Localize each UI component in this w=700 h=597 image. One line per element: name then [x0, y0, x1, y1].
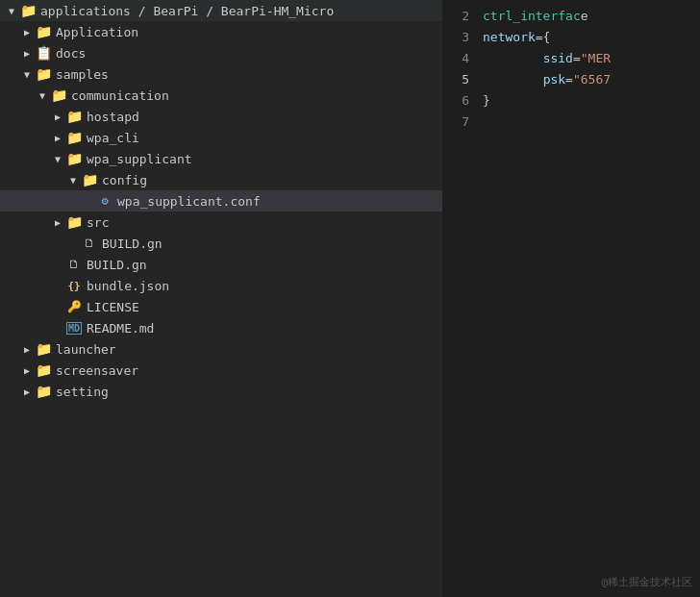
- tree-item-wpa-conf[interactable]: ⚙ wpa_supplicant.conf: [0, 190, 442, 211]
- src-label: src: [87, 215, 109, 230]
- build-gn-outer-label: BUILD.gn: [87, 258, 147, 272]
- tree-item-build-gn-outer[interactable]: 🗋 BUILD.gn: [0, 254, 442, 275]
- config-label: config: [102, 173, 147, 187]
- line-num-2: 2: [442, 6, 469, 27]
- hostapd-arrow: ▶: [50, 112, 65, 122]
- screensaver-arrow: ▶: [19, 365, 35, 376]
- bundle-json-icon: {}: [65, 280, 83, 292]
- line-num-6: 6: [442, 90, 469, 112]
- communication-folder-icon: 📁: [50, 87, 67, 103]
- communication-label: communication: [71, 88, 169, 103]
- tree-item-application[interactable]: ▶ 📁 Application: [0, 21, 442, 42]
- code-line-7: [483, 112, 700, 133]
- build-gn-outer-icon: 🗋: [65, 258, 83, 271]
- docs-label: docs: [56, 46, 86, 61]
- code-line-2: ctrl_interface: [483, 6, 700, 27]
- root-folder[interactable]: ▼ 📁 applications / BearPi / BearPi-HM_Mi…: [0, 0, 442, 21]
- tree-item-wpa-supplicant[interactable]: ▼ 📁 wpa_supplicant: [0, 148, 442, 169]
- license-label: LICENSE: [87, 300, 139, 314]
- code-line-4: ssid="MER: [483, 48, 700, 69]
- samples-label: samples: [56, 67, 109, 82]
- code-line-3: network={: [483, 27, 700, 48]
- screensaver-label: screensaver: [56, 363, 138, 378]
- code-line-6: }: [483, 90, 700, 112]
- communication-arrow: ▼: [35, 90, 50, 101]
- line-num-7: 7: [442, 112, 469, 133]
- setting-arrow: ▶: [19, 386, 35, 397]
- tree-item-samples[interactable]: ▼ 📁 samples: [0, 63, 442, 85]
- watermark: @稀土掘金技术社区: [601, 575, 692, 589]
- tree-item-wpa-cli[interactable]: ▶ 📁 wpa_cli: [0, 127, 442, 148]
- src-folder-icon: 📁: [65, 214, 83, 230]
- tree-item-src[interactable]: ▶ 📁 src: [0, 211, 442, 233]
- line-num-4: 4: [442, 48, 469, 69]
- tree-item-license[interactable]: 🔑 LICENSE: [0, 296, 442, 317]
- config-folder-icon: 📁: [81, 172, 98, 187]
- tree-item-bundle-json[interactable]: {} bundle.json: [0, 275, 442, 296]
- setting-label: setting: [56, 385, 109, 399]
- file-tree[interactable]: ▼ 📁 applications / BearPi / BearPi-HM_Mi…: [0, 0, 442, 597]
- code-editor: 2 3 4 5 6 7 ctrl_interface network={ ssi…: [442, 0, 700, 597]
- launcher-arrow: ▶: [19, 344, 35, 355]
- src-arrow: ▶: [50, 217, 65, 228]
- line-num-3: 3: [442, 27, 469, 48]
- tree-item-setting[interactable]: ▶ 📁 setting: [0, 381, 442, 402]
- application-label: Application: [56, 25, 138, 39]
- docs-folder-icon: 📋: [35, 45, 52, 61]
- build-gn-inner-icon: 🗋: [81, 236, 98, 250]
- line-numbers: 2 3 4 5 6 7: [442, 4, 479, 597]
- license-icon: 🔑: [65, 300, 83, 313]
- wpa-cli-label: wpa_cli: [87, 131, 139, 145]
- root-arrow: ▼: [4, 6, 19, 16]
- line-num-5: 5: [442, 69, 469, 90]
- application-folder-icon: 📁: [35, 24, 52, 39]
- tree-item-readme[interactable]: MD README.md: [0, 317, 442, 338]
- wpa-supplicant-label: wpa_supplicant: [87, 152, 192, 166]
- config-arrow: ▼: [65, 175, 81, 186]
- launcher-folder-icon: 📁: [35, 341, 52, 357]
- screensaver-folder-icon: 📁: [35, 362, 52, 378]
- readme-label: README.md: [87, 321, 154, 336]
- samples-folder-icon: 📁: [35, 66, 52, 82]
- tree-item-hostapd[interactable]: ▶ 📁 hostapd: [0, 106, 442, 127]
- wpa-supplicant-arrow: ▼: [50, 154, 65, 164]
- root-folder-icon: 📁: [19, 3, 37, 18]
- wpa-supplicant-folder-icon: 📁: [65, 151, 83, 166]
- samples-arrow: ▼: [19, 69, 35, 80]
- tree-item-screensaver[interactable]: ▶ 📁 screensaver: [0, 360, 442, 381]
- code-lines[interactable]: ctrl_interface network={ ssid="MER psk="…: [479, 4, 700, 597]
- tree-item-launcher[interactable]: ▶ 📁 launcher: [0, 338, 442, 360]
- build-gn-inner-label: BUILD.gn: [102, 236, 162, 251]
- wpa-cli-folder-icon: 📁: [65, 130, 83, 145]
- launcher-label: launcher: [56, 342, 116, 357]
- setting-folder-icon: 📁: [35, 384, 52, 399]
- wpa-conf-gear-icon: ⚙: [96, 194, 113, 208]
- root-label: applications / BearPi / BearPi-HM_Micro: [40, 4, 334, 18]
- readme-icon: MD: [65, 322, 83, 335]
- wpa-cli-arrow: ▶: [50, 133, 65, 143]
- docs-arrow: ▶: [19, 48, 35, 59]
- tree-item-config[interactable]: ▼ 📁 config: [0, 169, 442, 190]
- hostapd-label: hostapd: [87, 110, 139, 124]
- tree-item-docs[interactable]: ▶ 📋 docs: [0, 42, 442, 63]
- wpa-conf-label: wpa_supplicant.conf: [117, 194, 261, 209]
- application-arrow: ▶: [19, 27, 35, 37]
- hostapd-folder-icon: 📁: [65, 109, 83, 124]
- tree-item-build-gn-inner[interactable]: 🗋 BUILD.gn: [0, 233, 442, 254]
- tree-item-communication[interactable]: ▼ 📁 communication: [0, 85, 442, 106]
- code-line-5: psk="6567: [483, 69, 700, 90]
- bundle-json-label: bundle.json: [87, 279, 169, 293]
